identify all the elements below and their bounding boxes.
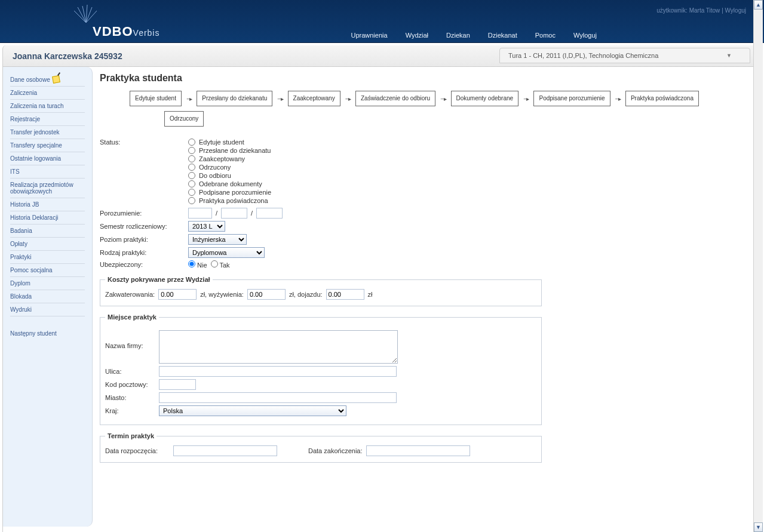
nav-uprawnienia[interactable]: Uprawnienia [351, 32, 387, 39]
sidebar: Dane osobowe Zaliczenia Zaliczenia na tu… [3, 67, 93, 527]
radio-label: Praktyka poświadczona [199, 197, 268, 204]
nazwa-firmy-textarea[interactable] [159, 330, 398, 364]
sidebar-item-wydruki[interactable]: Wydruki [10, 303, 85, 316]
radio-input[interactable] [188, 197, 195, 204]
status-option-poswiadczona[interactable]: Praktyka poświadczona [188, 197, 271, 204]
termin-legend: Termin praktyk [105, 432, 157, 439]
ubezpieczony-label: Ubezpieczony: [100, 261, 188, 268]
sidebar-label: Pomoc socjalna [10, 267, 53, 273]
scroll-track[interactable] [754, 10, 763, 522]
sidebar-label: Opłaty [10, 241, 27, 247]
sidebar-label: Dyplom [10, 280, 30, 287]
porozumienie-1-input[interactable] [188, 208, 212, 219]
porozumienie-3-input[interactable] [256, 208, 283, 219]
miasto-label: Miasto: [105, 394, 159, 401]
radio-input[interactable] [188, 147, 195, 154]
nav-dziekanat[interactable]: Dziekanat [488, 32, 517, 39]
sidebar-item-oplaty[interactable]: Opłaty [10, 238, 85, 251]
nav-pomoc[interactable]: Pomoc [535, 32, 556, 39]
sidebar-label: Następny student [10, 330, 57, 337]
sidebar-item-transfery-specjalne[interactable]: Transfery specjalne [10, 139, 85, 152]
status-option-edytuje[interactable]: Edytuje student [188, 139, 271, 146]
student-name: Joanna Karczewska 245932 [13, 51, 122, 61]
dojazdu-input[interactable] [326, 289, 364, 300]
radio-input[interactable] [188, 180, 195, 187]
miasto-input[interactable] [159, 392, 397, 403]
radio-label: Tak [219, 262, 229, 269]
arrow-icon: ···▸ [520, 96, 532, 102]
koszty-legend: Koszty pokrywane przez Wydział [105, 276, 213, 283]
status-option-odebrane[interactable]: Odebrane dokumenty [188, 180, 271, 187]
status-option-zaakceptowany[interactable]: Zaakceptowany [188, 155, 271, 162]
wf-step-podpisane: Podpisane porozumienie [533, 91, 610, 106]
status-option-do-odbioru[interactable]: Do odbioru [188, 172, 271, 179]
sidebar-item-pomoc-socjalna[interactable]: Pomoc socjalna [10, 264, 85, 277]
sidebar-item-realizacja[interactable]: Realizacja przedmiotów obowiązkowych [10, 179, 85, 198]
radio-input[interactable] [188, 172, 195, 179]
sidebar-item-dane-osobowe[interactable]: Dane osobowe [10, 73, 85, 87]
sidebar-label: Rejestracje [10, 116, 40, 122]
main-content: Praktyka studenta Edytuje student ···▸ P… [93, 67, 761, 532]
nav-dziekan[interactable]: Dziekan [446, 32, 470, 39]
porozumienie-2-input[interactable] [221, 208, 247, 219]
vertical-scrollbar[interactable]: ▲ ▼ [753, 0, 763, 532]
scroll-down-icon[interactable]: ▼ [754, 522, 763, 532]
data-zakonczenia-label: Data zakończenia: [308, 447, 363, 454]
sidebar-label: Realizacja przedmiotów obowiązkowych [10, 182, 85, 195]
ubezpieczony-nie[interactable]: Nie [188, 260, 207, 269]
sidebar-item-rejestracje[interactable]: Rejestracje [10, 113, 85, 126]
sep-slash: / [251, 210, 253, 217]
data-rozpoczecia-input[interactable] [173, 445, 277, 456]
sidebar-label: Historia Deklaracji [10, 214, 59, 221]
sidebar-item-its[interactable]: ITS [10, 165, 85, 179]
wf-step-zaswiadczenie: Zaświadczenie do odbioru [355, 91, 435, 106]
nav-wyloguj[interactable]: Wyloguj [573, 32, 597, 39]
status-option-przeslane[interactable]: Przesłane do dziekanatu [188, 147, 271, 154]
sidebar-item-transfer-jednostek[interactable]: Transfer jednostek [10, 126, 85, 139]
sidebar-item-historia-deklaracji[interactable]: Historia Deklaracji [10, 211, 85, 225]
sidebar-item-praktyki[interactable]: Praktyki [10, 251, 85, 264]
sidebar-label: Zaliczenia [10, 90, 37, 96]
data-rozpoczecia-label: Data rozpoczęcia: [105, 447, 170, 454]
sidebar-item-historia-jb[interactable]: Historia JB [10, 198, 85, 211]
status-option-odrzucony[interactable]: Odrzucony [188, 164, 271, 171]
logo-rays [72, 0, 100, 18]
arrow-icon: ···▸ [612, 96, 624, 102]
ulica-input[interactable] [159, 366, 397, 377]
radio-input[interactable] [188, 139, 195, 146]
wf-step-poswiadczona: Praktyka poświadczona [625, 91, 699, 106]
sidebar-item-blokada[interactable]: Blokada [10, 290, 85, 303]
radio-input[interactable] [188, 260, 195, 267]
data-zakonczenia-input[interactable] [366, 445, 470, 456]
nav-wydzial[interactable]: Wydział [406, 32, 428, 39]
poziom-select[interactable]: Inżynierska [188, 234, 247, 245]
sidebar-item-zaliczenia[interactable]: Zaliczenia [10, 87, 85, 100]
logout-link-top[interactable]: Wyloguj [725, 7, 746, 14]
scroll-up-icon[interactable]: ▲ [754, 0, 763, 10]
radio-label: Do odbioru [199, 172, 231, 179]
radio-input[interactable] [188, 155, 195, 162]
arrow-icon: ···▸ [274, 96, 286, 102]
tura-dropdown-value: Tura 1 - CH, 2011 (I,D,PL), Technologia … [508, 52, 658, 59]
radio-input[interactable] [211, 260, 218, 267]
wf-step-odrzucony: Odrzucony [164, 111, 204, 127]
sidebar-item-dyplom[interactable]: Dyplom [10, 277, 85, 290]
sidebar-item-zaliczenia-turach[interactable]: Zaliczenia na turach [10, 100, 85, 113]
tura-dropdown[interactable]: Tura 1 - CH, 2011 (I,D,PL), Technologia … [499, 48, 750, 63]
sidebar-item-ostatnie-logowania[interactable]: Ostatnie logowania [10, 152, 85, 165]
koszty-fieldset: Koszty pokrywane przez Wydział Zakwatero… [100, 276, 542, 306]
radio-input[interactable] [188, 164, 195, 171]
sidebar-item-badania[interactable]: Badania [10, 225, 85, 238]
kraj-select[interactable]: Polska [159, 405, 346, 416]
ubezpieczony-tak[interactable]: Tak [211, 260, 230, 269]
zakwaterowania-input[interactable] [158, 289, 197, 300]
radio-input[interactable] [188, 189, 195, 196]
wyzywienia-input[interactable] [247, 289, 286, 300]
kod-input[interactable] [159, 379, 196, 390]
sidebar-item-nastepny-student[interactable]: Następny student [10, 327, 85, 340]
radio-label: Edytuje student [199, 139, 244, 146]
semestr-select[interactable]: 2013 L [188, 221, 225, 232]
zakwaterowania-label: Zakwaterowania: [105, 291, 155, 298]
rodzaj-select[interactable]: Dyplomowa [188, 247, 265, 258]
status-option-podpisane[interactable]: Podpisane porozumienie [188, 189, 271, 196]
